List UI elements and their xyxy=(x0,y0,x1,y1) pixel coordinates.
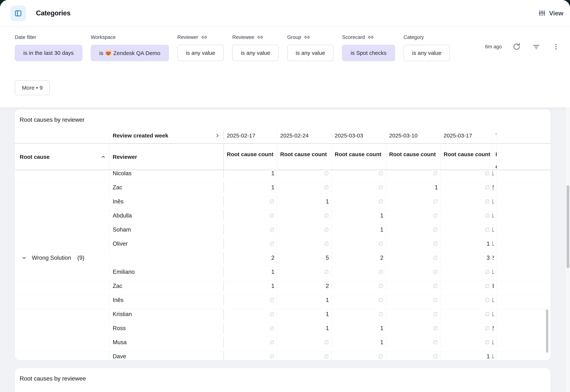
root-causes-by-reviewer-card: Root causes by reviewer Review created w… xyxy=(14,109,551,361)
reviewer-column-header[interactable]: Reviewer xyxy=(110,144,224,170)
filter-value-pill[interactable]: is any value xyxy=(177,45,224,61)
value-cell: 2 xyxy=(224,253,277,263)
value-cell: ∅ xyxy=(332,281,386,291)
window-scrollbar-thumb[interactable] xyxy=(567,185,569,268)
column-subheader: Root cause count xyxy=(493,144,497,170)
value-cell: ∅ xyxy=(441,210,493,221)
sort-ascending-icon xyxy=(101,154,106,159)
value-cell: ∅ xyxy=(441,196,493,207)
filter-lines-icon[interactable] xyxy=(531,42,541,52)
value-cell: ∅ xyxy=(441,182,493,193)
table-body: Nicolas1∅∅∅∅1Zac1∅∅1∅2Inês∅1∅∅∅1Abdulla∅… xyxy=(15,170,551,361)
reviewer-cell: Oliver xyxy=(110,238,224,249)
view-button[interactable]: View xyxy=(538,0,563,26)
filter-bar: Date filter is in the last 30 days Works… xyxy=(0,27,570,107)
table-row: Oliver∅∅∅∅11 xyxy=(15,238,551,253)
value-cell: 2 xyxy=(493,182,497,193)
panel-left-icon xyxy=(14,9,22,17)
value-cell: ∅ xyxy=(386,351,441,361)
filter-value-pill[interactable]: is in the last 30 days xyxy=(15,45,82,61)
value-cell: ∅ xyxy=(386,295,441,305)
reviewer-cell: Dave xyxy=(110,351,224,361)
value-cell: 1 xyxy=(332,337,386,348)
scroll-gutter xyxy=(15,263,110,267)
filter-group: Reviewee is any value xyxy=(232,34,279,61)
reviewer-cell: Inês xyxy=(110,295,224,305)
value-cell: ∅ xyxy=(224,351,277,361)
reviewer-cell: Kristian xyxy=(110,309,224,319)
value-cell: ∅ xyxy=(332,351,386,361)
column-header-Total[interactable]: Total xyxy=(493,131,497,140)
root-cause-cell xyxy=(15,295,110,305)
value-cell: 1 xyxy=(493,170,497,179)
value-cell: 1 xyxy=(277,196,332,207)
value-cell: 1 xyxy=(332,224,386,235)
filter-value-pill[interactable]: is any value xyxy=(404,45,450,61)
table-row: Inês∅1∅∅∅1 xyxy=(15,295,551,309)
chevron-down-icon[interactable] xyxy=(21,255,27,260)
card-title: Root causes by reviewee xyxy=(20,375,86,382)
link-icon[interactable] xyxy=(304,34,310,40)
table-row: Zac12∅∅∅3 xyxy=(15,281,551,295)
value-cell: 1 xyxy=(493,267,497,277)
window-scrollbar-track[interactable] xyxy=(566,107,570,392)
value-cell: 3 xyxy=(441,253,493,263)
value-cell: 1 xyxy=(386,182,441,193)
reviewer-cell: Zac xyxy=(110,281,224,291)
table-scrollbar-thumb[interactable] xyxy=(546,309,548,353)
column-subheader: Root cause count xyxy=(277,144,332,170)
page-title: Categories xyxy=(36,0,71,26)
filter-value-pill[interactable]: is any value xyxy=(232,45,279,61)
filter-group: Group is any value xyxy=(287,34,334,61)
last-updated-label: 6m ago xyxy=(485,44,502,50)
link-icon[interactable] xyxy=(368,34,374,40)
refresh-button[interactable] xyxy=(512,42,521,52)
root-cause-column-header[interactable]: Root cause xyxy=(15,144,110,170)
scroll-gutter xyxy=(15,140,110,143)
group-label: Wrong Solution xyxy=(32,254,71,261)
table-row: Abdulla∅∅1∅∅1 xyxy=(15,210,551,224)
root-cause-cell[interactable]: Wrong Solution(9) xyxy=(15,253,110,263)
value-cell: ∅ xyxy=(224,323,277,334)
column-header-2025-03-03[interactable]: 2025-03-03 xyxy=(332,131,386,140)
filter-value-pill[interactable]: is 😻 Zendesk QA Demo xyxy=(91,45,169,61)
column-header-2025-02-24[interactable]: 2025-02-24 xyxy=(277,131,332,140)
value-cell: ∅ xyxy=(386,224,441,235)
filter-group: Category is any value xyxy=(404,34,450,61)
value-cell: 2 xyxy=(277,281,332,291)
value-cell: 1 xyxy=(441,351,493,361)
column-header-2025-02-17[interactable]: 2025-02-17 xyxy=(224,131,277,140)
value-cell: ∅ xyxy=(441,309,493,319)
value-cell: 1 xyxy=(493,309,497,319)
scroll-gutter xyxy=(15,334,110,337)
filter-label: Group xyxy=(287,34,301,40)
filter-value-pill[interactable]: is Spot checks xyxy=(342,45,395,61)
value-cell: 1 xyxy=(493,196,497,207)
value-cell: 2 xyxy=(493,323,497,334)
more-filters-button[interactable]: More • 9 xyxy=(15,80,50,95)
filter-value-pill[interactable]: is any value xyxy=(287,45,334,61)
value-cell: 2 xyxy=(332,253,386,263)
reviewer-cell xyxy=(110,253,224,263)
table-row: Dave∅∅∅∅11 xyxy=(15,351,551,361)
value-cell: 1 xyxy=(332,323,386,334)
sidebar-toggle-button[interactable] xyxy=(10,6,26,21)
link-icon[interactable] xyxy=(201,34,207,40)
column-header-2025-03-17[interactable]: 2025-03-17 xyxy=(441,131,493,140)
root-cause-cell xyxy=(15,267,110,277)
value-cell: ∅ xyxy=(277,210,332,221)
column-header-2025-03-10[interactable]: 2025-03-10 xyxy=(386,131,441,140)
scroll-gutter xyxy=(15,348,110,351)
link-icon[interactable] xyxy=(257,34,263,40)
filter-group: Reviewer is any value xyxy=(177,34,224,61)
root-cause-cell xyxy=(15,182,110,193)
kebab-menu-icon[interactable] xyxy=(551,42,561,52)
group-column-header[interactable]: Review created week xyxy=(110,131,224,140)
value-cell: ∅ xyxy=(224,337,277,348)
value-cell: ∅ xyxy=(224,196,277,207)
value-cell: ∅ xyxy=(277,337,332,348)
table-row: Inês∅1∅∅∅1 xyxy=(15,196,551,210)
value-cell: 1 xyxy=(493,351,497,361)
root-cause-cell xyxy=(15,281,110,291)
scroll-gutter xyxy=(15,207,110,210)
